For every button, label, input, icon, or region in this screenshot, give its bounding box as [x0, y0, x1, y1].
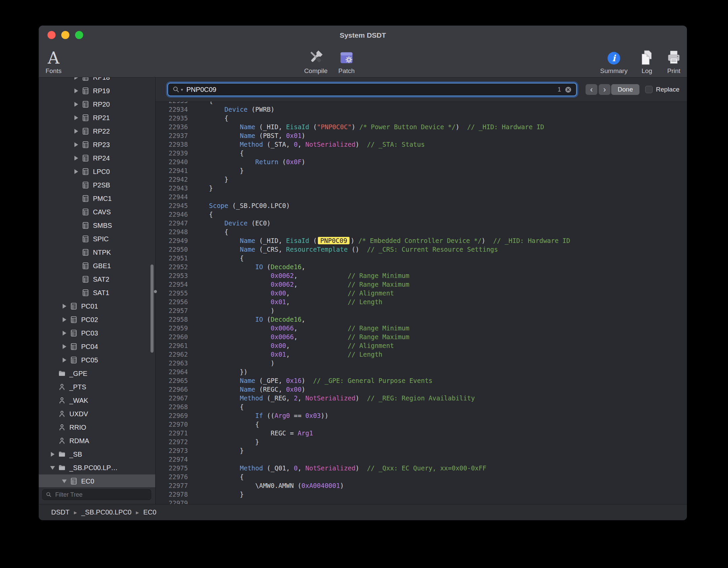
- filter-tree-input[interactable]: [55, 491, 148, 499]
- tree-item-SAT2[interactable]: SAT2: [39, 273, 155, 286]
- tree-item-label: GBE1: [93, 262, 111, 270]
- tree-item-label: RP21: [93, 114, 110, 122]
- tree-item-PMC1[interactable]: PMC1: [39, 192, 155, 205]
- tree-item--SB-PC00-LP-[interactable]: _SB.PC00.LP…: [39, 461, 155, 474]
- tree-item-label: NTPK: [93, 249, 111, 256]
- tree-item-RDMA[interactable]: RDMA: [39, 434, 155, 448]
- tree-item-label: RP19: [93, 87, 110, 95]
- disclosure-triangle[interactable]: [72, 129, 80, 134]
- tree-item-label: _SB.PC00.LP…: [69, 464, 118, 472]
- code-line: 22949 Name (_HID, EisaId (PNP0C09) /* Em…: [156, 236, 687, 245]
- tree-item-RP20[interactable]: RP20: [39, 98, 155, 111]
- code-line: 22953 0x0062, // Range Minimum: [156, 271, 687, 280]
- clear-search-icon[interactable]: [564, 86, 572, 94]
- tree-item-RP18[interactable]: RP18: [39, 77, 155, 84]
- tree-item-PC03[interactable]: PC03: [39, 326, 155, 340]
- code-line: 22975 Method (_Q01, 0, NotSerialized) //…: [156, 464, 687, 472]
- breadcrumb-item--SB-PC00-LPC0[interactable]: _SB.PC00.LPC0: [81, 508, 132, 516]
- folder-icon: [57, 369, 67, 378]
- search-icon[interactable]: [172, 85, 180, 94]
- tree-item-RP24[interactable]: RP24: [39, 151, 155, 165]
- tree-item-PC05[interactable]: PC05: [39, 353, 155, 367]
- breadcrumb-item-DSDT[interactable]: DSDT: [51, 508, 69, 516]
- disclosure-triangle[interactable]: [60, 317, 69, 322]
- tree-item--GPE[interactable]: _GPE: [39, 367, 155, 380]
- code-editor[interactable]: 22933 {22934 Device (PWRB)22935 {22936 N…: [156, 96, 687, 504]
- code-line: 22941 }: [156, 166, 687, 175]
- tree-item-CAVS[interactable]: CAVS: [39, 205, 155, 219]
- tree-item-RP19[interactable]: RP19: [39, 84, 155, 98]
- folder-icon: [57, 450, 67, 458]
- tree-item-RP22[interactable]: RP22: [39, 125, 155, 138]
- code-line: 22966 Name (REGC, 0x00): [156, 385, 687, 394]
- disclosure-triangle[interactable]: [72, 156, 80, 161]
- tree-item-EC0[interactable]: EC0: [39, 474, 155, 487]
- tree-item-P2SB[interactable]: P2SB: [39, 178, 155, 192]
- tree-item-label: SAT2: [93, 276, 109, 283]
- titlebar[interactable]: System DSDT: [39, 26, 687, 44]
- disclosure-triangle[interactable]: [60, 358, 69, 362]
- tree-item-RRIO[interactable]: RRIO: [39, 421, 155, 434]
- code-line-text: ): [194, 359, 274, 367]
- print-button[interactable]: Print: [649, 44, 687, 75]
- tree-item--WAK[interactable]: _WAK: [39, 394, 155, 407]
- tree-item-label: RP22: [93, 128, 110, 135]
- disclosure-triangle[interactable]: [60, 331, 69, 335]
- code-line-text: }: [194, 437, 259, 446]
- disclosure-triangle[interactable]: [72, 115, 80, 120]
- fonts-button[interactable]: A Fonts: [39, 44, 79, 75]
- disclosure-triangle[interactable]: [60, 344, 69, 349]
- sidebar-scrollbar[interactable]: [151, 264, 154, 353]
- tree-item-SMBS[interactable]: SMBS: [39, 219, 155, 232]
- disclosure-triangle[interactable]: [48, 452, 57, 457]
- tree-item-SAT1[interactable]: SAT1: [39, 286, 155, 299]
- find-previous-button[interactable]: ‹: [586, 84, 597, 95]
- code-line: 22944: [156, 192, 687, 201]
- find-nav-buttons: ‹ ›: [586, 84, 610, 95]
- done-button[interactable]: Done: [611, 84, 639, 95]
- disclosure-triangle[interactable]: [72, 88, 80, 93]
- disclosure-triangle[interactable]: [48, 466, 57, 470]
- disclosure-triangle[interactable]: [72, 142, 80, 147]
- replace-checkbox[interactable]: [645, 86, 653, 93]
- disclosure-triangle[interactable]: [72, 169, 80, 174]
- line-number: 22940: [156, 157, 194, 166]
- tree-item--PTS[interactable]: _PTS: [39, 380, 155, 394]
- tree-item-PC04[interactable]: PC04: [39, 340, 155, 353]
- disclosure-triangle[interactable]: [60, 304, 69, 309]
- tree-item-RP23[interactable]: RP23: [39, 138, 155, 151]
- tree-item-label: RP20: [93, 101, 110, 108]
- tree-item-LPC0[interactable]: LPC0: [39, 165, 155, 178]
- line-number: 22972: [156, 437, 194, 446]
- tree-item-RP21[interactable]: RP21: [39, 111, 155, 125]
- doc-icon: [69, 329, 79, 337]
- find-next-button[interactable]: ›: [599, 84, 610, 95]
- code-line: 22974: [156, 455, 687, 464]
- patch-button[interactable]: Patch: [321, 44, 372, 75]
- tree-item-PC02[interactable]: PC02: [39, 313, 155, 326]
- tree-item-UXDV[interactable]: UXDV: [39, 407, 155, 421]
- device-tree[interactable]: RP18RP19RP20RP21RP22RP23RP24LPC0P2SBPMC1…: [39, 77, 155, 487]
- tree-item-GBE1[interactable]: GBE1: [39, 259, 155, 273]
- tree-item--SB[interactable]: _SB: [39, 448, 155, 461]
- line-number: 22977: [156, 481, 194, 490]
- code-line: 22972 }: [156, 437, 687, 446]
- code-line: 22965 Name (_GPE, 0x16) // _GPE: General…: [156, 376, 687, 385]
- code-line: 22954 0x0062, // Range Maximum: [156, 280, 687, 289]
- find-query-input[interactable]: [186, 85, 558, 94]
- code-line: 22977 \AMW0.AMWN (0xA0040001): [156, 481, 687, 490]
- disclosure-triangle[interactable]: [72, 77, 80, 80]
- search-menu-chevron-icon[interactable]: ▾: [181, 87, 183, 92]
- folder-icon: [57, 464, 67, 472]
- splitter-handle[interactable]: [154, 290, 157, 293]
- find-search-field[interactable]: ▾ 1: [167, 83, 577, 96]
- filter-field[interactable]: [42, 489, 151, 500]
- code-line-text: REGC = Arg1: [194, 429, 313, 437]
- breadcrumb-item-EC0[interactable]: EC0: [143, 508, 157, 516]
- disclosure-triangle[interactable]: [72, 102, 80, 107]
- line-number: 22943: [156, 184, 194, 192]
- tree-item-PC01[interactable]: PC01: [39, 299, 155, 313]
- tree-item-SPIC[interactable]: SPIC: [39, 232, 155, 246]
- disclosure-triangle[interactable]: [60, 480, 69, 483]
- tree-item-NTPK[interactable]: NTPK: [39, 246, 155, 259]
